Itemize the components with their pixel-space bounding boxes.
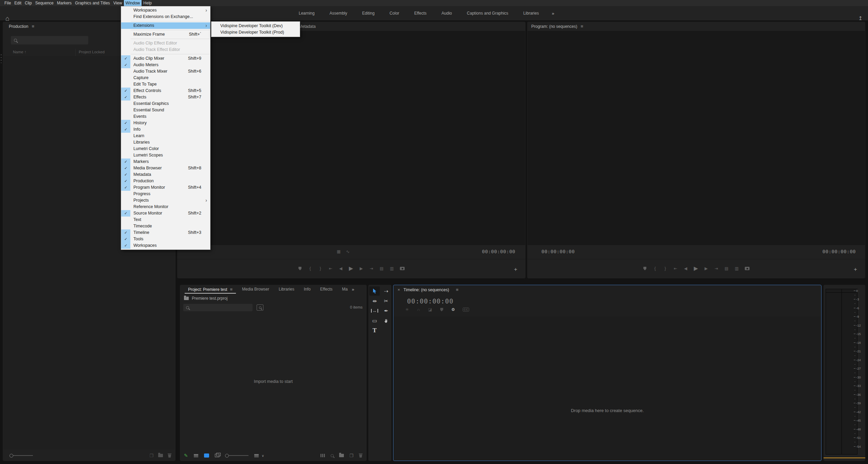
drag-video-icon[interactable]: ▦: [337, 249, 340, 254]
mark-in-icon[interactable]: {: [653, 266, 657, 271]
submenu-item-vidispine-developer-toolkit-prod[interactable]: Vidispine Developer Toolkit (Prod): [211, 29, 300, 36]
new-bin-icon[interactable]: [158, 454, 163, 457]
export-frame-icon[interactable]: [400, 267, 405, 270]
menubar-item-help[interactable]: Help: [142, 0, 153, 6]
extract-icon[interactable]: ▥: [735, 266, 739, 271]
menu-item-effect-controls[interactable]: ✓Effect ControlsShift+5: [121, 88, 210, 94]
mark-in-icon[interactable]: {: [308, 266, 312, 271]
slip-tool[interactable]: ↔: [369, 306, 380, 315]
button-editor-plus-icon[interactable]: +: [854, 266, 857, 272]
column-header-project-locked[interactable]: Project Locked: [79, 50, 105, 54]
menu-item-progress[interactable]: Progress: [121, 191, 210, 197]
step-forward-icon[interactable]: ▶: [704, 266, 708, 271]
insert-overwrite-nest-icon[interactable]: ✳: [405, 308, 409, 312]
menu-item-audio-track-effect-editor[interactable]: Audio Track Effect Editor: [121, 47, 210, 53]
menu-item-timecode[interactable]: Timecode: [121, 223, 210, 229]
menubar-item-graphics-and-titles[interactable]: Graphics and Titles: [73, 0, 112, 6]
mark-out-icon[interactable]: }: [663, 266, 667, 271]
menubar-item-clip[interactable]: Clip: [23, 0, 34, 6]
menu-item-audio-clip-effect-editor[interactable]: Audio Clip Effect Editor: [121, 40, 210, 47]
delete-icon[interactable]: [168, 453, 171, 458]
close-icon[interactable]: ×: [398, 287, 400, 292]
panel-menu-icon[interactable]: ≡: [32, 24, 34, 29]
menubar-item-view[interactable]: View: [112, 0, 124, 6]
menu-item-timeline[interactable]: ✓TimelineShift+3: [121, 229, 210, 236]
menu-item-audio-clip-mixer[interactable]: ✓Audio Clip MixerShift+9: [121, 55, 210, 62]
menu-item-edit-to-tape[interactable]: Edit To Tape: [121, 81, 210, 88]
menu-item-projects[interactable]: Projects›: [121, 197, 210, 204]
menu-item-text[interactable]: Text: [121, 217, 210, 223]
timeline-settings-wrench-icon[interactable]: ⚙: [451, 308, 455, 312]
program-monitor-well[interactable]: [528, 31, 865, 245]
workspace-tab-audio[interactable]: Audio: [434, 11, 460, 16]
snap-magnet-icon[interactable]: ∩: [417, 308, 421, 312]
menu-item-learn[interactable]: Learn: [121, 133, 210, 139]
tab-timeline[interactable]: Timeline: (no sequences): [404, 287, 449, 292]
tab-program-monitor[interactable]: Program: (no sequences): [531, 24, 577, 29]
delete-icon[interactable]: [359, 453, 363, 458]
workspace-tab-captions-and-graphics[interactable]: Captions and Graphics: [459, 11, 516, 16]
type-tool[interactable]: T: [369, 326, 380, 335]
menu-item-production[interactable]: ✓Production: [121, 178, 210, 184]
menu-item-maximize-frame[interactable]: Maximize FrameShift+`: [121, 31, 210, 38]
track-select-forward-tool[interactable]: ⇢: [381, 286, 391, 296]
tab-info[interactable]: Info: [299, 285, 315, 294]
export-frame-icon[interactable]: [745, 267, 750, 270]
new-item-icon[interactable]: ❐: [349, 453, 353, 458]
export-icon[interactable]: ↥: [858, 16, 863, 21]
drag-audio-icon[interactable]: ∿: [346, 249, 350, 254]
menu-item-lumetri-scopes[interactable]: Lumetri Scopes: [121, 152, 210, 159]
workspace-overflow-icon[interactable]: »: [546, 11, 559, 16]
menu-item-workspaces[interactable]: ✓Workspaces: [121, 242, 210, 249]
play-icon[interactable]: ▶: [349, 266, 353, 271]
menu-item-extensions[interactable]: Extensions›: [121, 22, 210, 29]
menu-item-audio-track-mixer[interactable]: Audio Track MixerShift+6: [121, 68, 210, 75]
go-to-in-icon[interactable]: ⇤: [673, 266, 678, 271]
panel-menu-icon[interactable]: ≡: [456, 287, 459, 292]
insert-icon[interactable]: ▤: [380, 266, 384, 271]
menubar-item-edit[interactable]: Edit: [13, 0, 23, 6]
timeline-track-area[interactable]: Drop media here to create sequence.: [394, 316, 821, 460]
navigate-up-icon[interactable]: [184, 297, 189, 300]
panel-menu-icon[interactable]: ≡: [580, 24, 583, 29]
workspace-tab-effects[interactable]: Effects: [407, 11, 434, 16]
menu-item-program-monitor[interactable]: ✓Program MonitorShift+4: [121, 184, 210, 191]
tab-libraries[interactable]: Libraries: [274, 285, 299, 294]
tab-project-premiere-test[interactable]: Project: Premiere test≡: [183, 285, 237, 294]
add-marker-icon[interactable]: [298, 267, 302, 271]
button-editor-plus-icon[interactable]: +: [514, 266, 517, 272]
workspace-tab-libraries[interactable]: Libraries: [516, 11, 546, 16]
menu-item-lumetri-color[interactable]: Lumetri Color: [121, 146, 210, 152]
add-marker-icon[interactable]: [643, 267, 647, 271]
add-marker-icon[interactable]: [440, 308, 444, 312]
menubar-item-markers[interactable]: Markers: [55, 0, 73, 6]
mark-out-icon[interactable]: }: [318, 266, 322, 271]
tab-metadata[interactable]: Metadata: [299, 24, 316, 29]
zoom-slider-knob[interactable]: [10, 454, 13, 458]
selection-tool[interactable]: [369, 286, 380, 296]
menu-item-markers[interactable]: ✓Markers: [121, 159, 210, 165]
zoom-slider[interactable]: [10, 454, 33, 458]
new-item-icon[interactable]: ❐: [149, 453, 153, 458]
find-in-project-icon[interactable]: [257, 304, 263, 311]
submenu-item-vidispine-developer-toolkit-dev[interactable]: Vidispine Developer Toolkit (Dev): [211, 23, 300, 29]
step-back-icon[interactable]: ◀: [339, 266, 343, 271]
project-search-input[interactable]: [183, 304, 253, 311]
workspace-tab-editing[interactable]: Editing: [355, 11, 382, 16]
timeline-playhead-timecode[interactable]: 00:00:00:00: [407, 297, 454, 305]
column-header-name[interactable]: Name ↑: [13, 50, 26, 54]
thumbnail-zoom-slider[interactable]: [225, 454, 248, 458]
freeform-view-icon[interactable]: [215, 454, 219, 457]
menu-item-essential-graphics[interactable]: Essential Graphics: [121, 100, 210, 107]
menu-item-media-browser[interactable]: ✓Media BrowserShift+8: [121, 165, 210, 171]
captions-icon[interactable]: CC: [463, 308, 469, 312]
lift-icon[interactable]: ▤: [724, 266, 728, 271]
menubar-item-window[interactable]: Window: [124, 0, 142, 6]
workspace-tab-assembly[interactable]: Assembly: [322, 11, 355, 16]
production-panel-title[interactable]: Production: [9, 24, 28, 29]
dock-handle[interactable]: [1, 54, 2, 63]
menu-item-essential-sound[interactable]: Essential Sound: [121, 107, 210, 113]
workspace-tab-color[interactable]: Color: [382, 11, 407, 16]
menu-item-capture[interactable]: Capture: [121, 75, 210, 81]
breadcrumb-label[interactable]: Premiere test.prproj: [192, 296, 227, 301]
